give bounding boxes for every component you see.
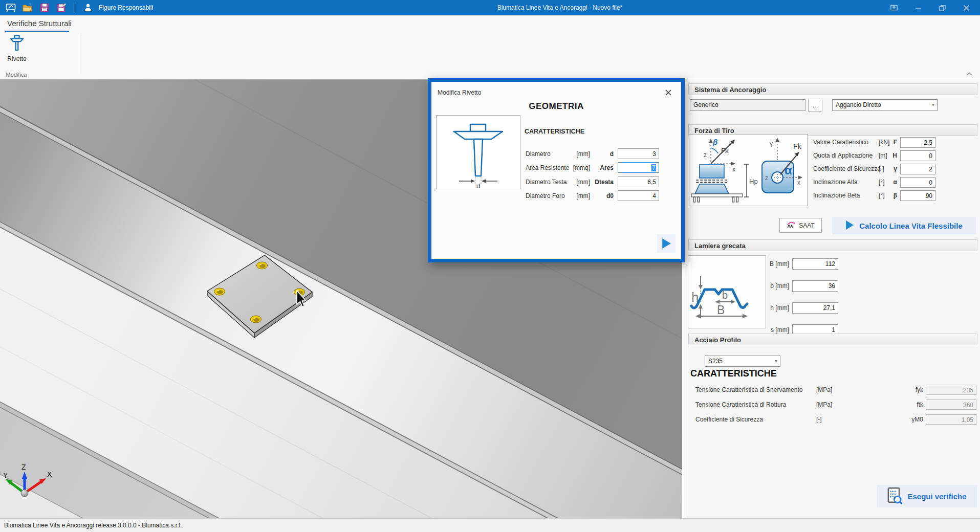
field-label: Area Resistente xyxy=(526,164,569,171)
parameters-panel: Sistema di Ancoraggio Generico ... Aggan… xyxy=(685,79,980,518)
axis-label-y: Y xyxy=(3,471,8,479)
field-label: Quota di Applicazione xyxy=(813,152,873,159)
diametro-foro-input[interactable]: 4 xyxy=(618,190,659,201)
saat-button[interactable]: SAAT xyxy=(779,218,822,233)
force-diagram: β z Fk x Hp Y x xyxy=(689,134,808,206)
section-title: Sistema di Ancoraggio xyxy=(694,86,766,94)
field-symbol: β xyxy=(886,192,897,199)
label-beta: β xyxy=(712,138,717,146)
field-unit: [mmq] xyxy=(567,164,590,171)
field-symbol: H xyxy=(886,152,897,159)
geometria-heading: GEOMETRIA xyxy=(431,101,681,112)
field-label: Coefficiente di Sicurezza xyxy=(813,165,881,172)
rivet-bottom[interactable] xyxy=(251,316,262,323)
calcolo-linea-vita-button[interactable]: Calcolo Linea Vita Flessibile xyxy=(832,217,976,234)
area-resistente-input[interactable]: 7 xyxy=(618,162,659,173)
field-label: Diametro Foro xyxy=(526,192,565,199)
quota-applicazione-input[interactable]: 0 xyxy=(900,150,935,161)
field-symbol: α xyxy=(886,179,897,186)
rivetto-button[interactable]: Rivetto xyxy=(2,35,32,68)
minimize-icon[interactable] xyxy=(914,4,922,11)
field-label: s [mm] xyxy=(746,326,789,334)
label-hp: Hp xyxy=(749,178,758,185)
rivetto-button-label: Rivetto xyxy=(7,55,26,62)
steel-grade-dropdown[interactable]: S235 ▾ xyxy=(705,356,780,367)
close-icon[interactable] xyxy=(963,4,970,11)
collapse-ribbon-icon[interactable] xyxy=(966,71,972,78)
label-x: x xyxy=(732,166,735,173)
play-icon xyxy=(662,238,671,249)
restore-icon[interactable] xyxy=(939,4,946,11)
section-title: Forza di Tiro xyxy=(694,127,734,135)
status-bar: Blumatica Linee Vita e Ancoraggi release… xyxy=(0,518,980,532)
ftk-input: 360 xyxy=(926,400,976,410)
field-symbol: d xyxy=(593,150,614,158)
chevron-down-icon: ▾ xyxy=(775,358,777,364)
esegui-verifiche-button[interactable]: Esegui verifiche xyxy=(877,485,977,507)
rivet-left[interactable] xyxy=(214,288,225,295)
section-header-acciaio-profilo: Acciaio Profilo xyxy=(688,334,977,345)
field-label: B [mm] xyxy=(746,260,789,268)
anchor-type-dropdown[interactable]: Aggancio Diretto ▾ xyxy=(832,99,938,111)
field-label: Diametro Testa xyxy=(526,179,567,186)
field-symbol: Ares xyxy=(593,164,614,171)
close-icon[interactable] xyxy=(664,88,673,97)
sheet-B-input[interactable]: 112 xyxy=(792,258,838,270)
field-label: h [mm] xyxy=(746,304,789,312)
section-title: Lamiera grecata xyxy=(694,242,746,250)
save-icon[interactable] xyxy=(38,2,51,14)
section-header-sistema-ancoraggio: Sistema di Ancoraggio xyxy=(688,83,977,95)
axis-label-x: X xyxy=(47,470,52,478)
app-icon xyxy=(5,2,17,14)
label-x2: x xyxy=(797,179,800,186)
title-bar: Figure Responsabili Blumatica Linee Vita… xyxy=(0,0,980,15)
sheet-h-input[interactable]: 27,1 xyxy=(792,302,838,314)
field-symbol: γM0 xyxy=(880,416,923,423)
fyk-input: 235 xyxy=(926,385,976,395)
save-as-icon[interactable] xyxy=(55,2,68,14)
dock-window-icon[interactable] xyxy=(890,4,898,11)
rivet-top[interactable] xyxy=(257,262,268,269)
section-header-lamiera-grecata: Lamiera grecata xyxy=(688,239,977,251)
field-label: Inclinazione Beta xyxy=(813,192,860,199)
field-label: Tensione Caratteristica di Rottura xyxy=(695,401,786,408)
browse-anchor-button[interactable]: ... xyxy=(808,99,822,112)
field-label: b [mm] xyxy=(746,282,789,290)
diametro-testa-input[interactable]: 6,5 xyxy=(618,176,659,187)
play-icon xyxy=(845,220,854,232)
anchor-name-field[interactable]: Generico xyxy=(690,99,805,111)
saat-icon xyxy=(787,220,796,230)
toolbar-separator xyxy=(74,3,74,13)
modifica-rivetto-dialog: Modifica Rivetto GEOMETRIA d CARATTERIST… xyxy=(428,78,685,262)
open-file-icon[interactable] xyxy=(21,2,34,14)
dialog-title: Modifica Rivetto xyxy=(438,89,481,96)
field-unit: [°] xyxy=(879,179,884,186)
field-symbol: ftk xyxy=(880,401,923,408)
verify-report-icon xyxy=(887,487,902,506)
field-unit: [°] xyxy=(879,192,884,199)
window-title: Blumatica Linee Vita e Ancoraggi - Nuovo… xyxy=(497,4,623,11)
field-unit: [mm] xyxy=(567,150,590,158)
label-z2: z xyxy=(765,174,768,182)
inclinazione-alfa-input[interactable]: 0 xyxy=(900,177,935,188)
label-b: b xyxy=(722,290,728,301)
user-menu-label[interactable]: Figure Responsabili xyxy=(99,4,153,11)
confirm-button[interactable] xyxy=(657,234,676,253)
user-icon[interactable] xyxy=(82,2,94,14)
inclinazione-beta-input[interactable]: 90 xyxy=(900,190,935,201)
valore-caratteristico-input[interactable]: 2,5 xyxy=(900,137,935,148)
field-symbol: Dtesta xyxy=(593,179,614,186)
tab-underline xyxy=(5,31,69,32)
tab-verifiche-strutturali[interactable]: Verifiche Strutturali xyxy=(7,19,72,28)
field-unit: [mm] xyxy=(567,179,590,186)
ribbon-group-separator xyxy=(80,35,80,74)
caratteristiche-subheading: CARATTERISTICHE xyxy=(525,128,584,135)
section-title: Acciaio Profilo xyxy=(694,336,741,344)
field-label: Tensione Caratteristica di Snervamento xyxy=(695,386,802,393)
coefficiente-sicurezza-input[interactable]: 2 xyxy=(900,164,935,174)
label-fk: Fk xyxy=(721,147,729,154)
field-label: Diametro xyxy=(526,150,551,158)
sheet-b-input[interactable]: 36 xyxy=(792,280,838,292)
diametro-input[interactable]: 3 xyxy=(618,148,659,159)
label-alpha: α xyxy=(785,163,792,177)
